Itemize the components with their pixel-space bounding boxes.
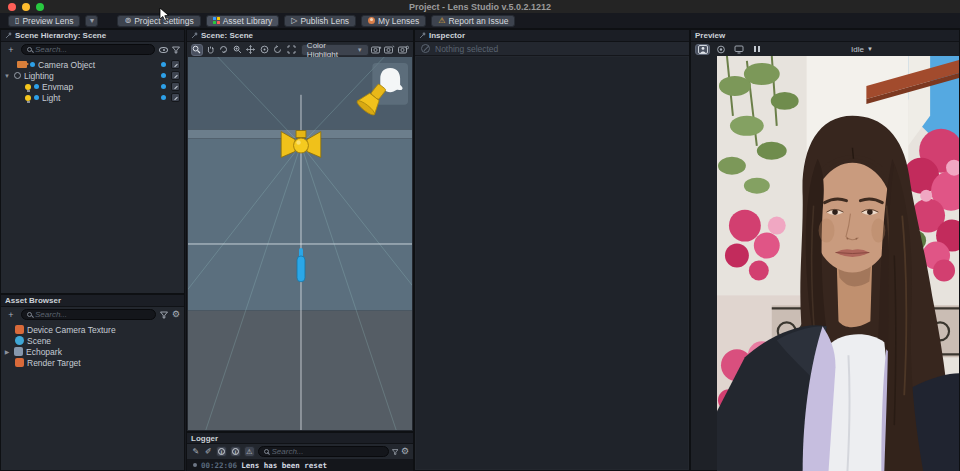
pause-button[interactable] bbox=[749, 44, 764, 55]
layer-dot[interactable] bbox=[161, 84, 166, 89]
camera-preview-image[interactable] bbox=[717, 56, 959, 471]
logger-toolbar: ✎ ✐ i i ⚠ ⚙ bbox=[187, 444, 413, 459]
inspector-header: Inspector bbox=[415, 30, 689, 42]
log-status-dot bbox=[193, 463, 197, 467]
rotate-view-tool[interactable] bbox=[272, 44, 283, 56]
report-issue-button[interactable]: ⚠ Report an Issue bbox=[431, 15, 515, 27]
folder-icon bbox=[14, 347, 23, 356]
layer-dot[interactable] bbox=[161, 95, 166, 100]
camera-settings-button[interactable] bbox=[398, 44, 409, 56]
layer-dot[interactable] bbox=[161, 73, 166, 78]
render-toggle[interactable] bbox=[171, 82, 180, 91]
no-selection-icon bbox=[421, 44, 430, 53]
texture-icon bbox=[15, 325, 24, 334]
add-asset-button[interactable]: + bbox=[5, 309, 17, 320]
asset-search[interactable] bbox=[21, 309, 156, 320]
visibility-filter-icon[interactable] bbox=[159, 47, 168, 53]
asset-browser-panel: Asset Browser + ⚙ Device Camera Texture … bbox=[0, 294, 185, 471]
tree-item-envmap[interactable]: Envmap bbox=[1, 81, 184, 92]
send-icon: ▷ bbox=[291, 17, 297, 25]
selection-dot bbox=[34, 84, 39, 89]
chevron-down-icon: ▼ bbox=[357, 47, 363, 53]
scene-panel-header: Scene: Scene bbox=[187, 30, 413, 42]
tree-item-camera-object[interactable]: Camera Object bbox=[1, 59, 184, 70]
filter-icon[interactable] bbox=[172, 46, 180, 54]
my-lenses-button[interactable]: My Lenses bbox=[361, 15, 426, 27]
logger-header: Logger bbox=[187, 433, 413, 444]
preview-lens-dropdown[interactable]: ▼ bbox=[85, 15, 98, 27]
fit-view-tool[interactable] bbox=[285, 44, 296, 56]
asset-item-scene[interactable]: Scene bbox=[1, 335, 184, 346]
tree-item-lighting[interactable]: ▼ Lighting bbox=[1, 70, 184, 81]
chevron-right-icon[interactable]: ▶ bbox=[3, 348, 11, 355]
warning-filter-button[interactable]: ⚠ bbox=[244, 446, 255, 457]
clear-log-button[interactable]: ✎ bbox=[191, 446, 201, 457]
main-toolbar: ▯ Preview Lens ▼ ⊚ Project Settings Asse… bbox=[0, 13, 960, 29]
pan-tool[interactable] bbox=[205, 44, 216, 56]
asset-item-render-target[interactable]: Render Target bbox=[1, 357, 184, 368]
render-toggle[interactable] bbox=[171, 71, 180, 80]
settings-icon: ⊚ bbox=[124, 17, 131, 25]
info-icon: i bbox=[218, 448, 225, 455]
log-entry[interactable]: 00:22:06 Lens has been reset bbox=[187, 459, 413, 471]
layer-dot[interactable] bbox=[161, 62, 166, 67]
debug-filter-button[interactable]: i bbox=[230, 446, 241, 457]
asset-item-device-camera-texture[interactable]: Device Camera Texture bbox=[1, 324, 184, 335]
zoom-tool[interactable] bbox=[232, 44, 243, 56]
asset-library-button[interactable]: Asset Library bbox=[206, 15, 280, 27]
orbit-tool[interactable] bbox=[218, 44, 229, 56]
render-toggle[interactable] bbox=[171, 60, 180, 69]
scene-icon bbox=[15, 336, 24, 345]
search-icon bbox=[264, 449, 269, 454]
tree-item-light[interactable]: Light bbox=[1, 92, 184, 103]
clean-log-button[interactable]: ✐ bbox=[204, 446, 214, 457]
preview-lens-button[interactable]: ▯ Preview Lens bbox=[8, 15, 80, 27]
asset-item-echopark[interactable]: ▶ Echopark bbox=[1, 346, 184, 357]
tree-item-label: Envmap bbox=[42, 82, 73, 92]
scene-viewport[interactable] bbox=[188, 57, 412, 430]
gear-icon[interactable]: ⚙ bbox=[401, 447, 409, 456]
scene-panel: Scene: Scene bbox=[186, 29, 414, 432]
search-icon bbox=[27, 47, 32, 52]
render-toggle[interactable] bbox=[171, 93, 180, 102]
add-object-button[interactable]: + bbox=[5, 44, 17, 55]
logger-search-input[interactable] bbox=[272, 447, 383, 456]
filter-icon[interactable] bbox=[392, 448, 398, 456]
device-preview-button[interactable] bbox=[731, 44, 746, 55]
pivot-tool[interactable] bbox=[259, 44, 270, 56]
move-tool[interactable] bbox=[245, 44, 256, 56]
webcam-button[interactable] bbox=[713, 44, 728, 55]
lens-studio-window: Project - Lens Studio v.5.0.2.1212 ▯ Pre… bbox=[0, 0, 960, 471]
camera-add-button[interactable] bbox=[371, 44, 382, 56]
selection-dot bbox=[34, 95, 39, 100]
image-preview-button[interactable] bbox=[695, 44, 710, 55]
preview-title: Preview bbox=[695, 31, 725, 40]
bulb-icon bbox=[25, 95, 31, 101]
inspector-panel: Inspector Nothing selected bbox=[414, 29, 690, 471]
inspector-empty-state: Nothing selected bbox=[415, 42, 689, 56]
bulb-icon bbox=[25, 84, 31, 90]
hierarchy-search[interactable] bbox=[21, 44, 155, 55]
logger-title: Logger bbox=[191, 434, 218, 443]
hierarchy-search-input[interactable] bbox=[35, 45, 149, 54]
window-title: Project - Lens Studio v.5.0.2.1212 bbox=[0, 2, 960, 12]
preview-state-dropdown[interactable]: Idle ▼ bbox=[851, 45, 873, 54]
chevron-down-icon[interactable]: ▼ bbox=[3, 73, 11, 79]
asset-browser-toolbar: + ⚙ bbox=[1, 307, 184, 322]
info-filter-button[interactable]: i bbox=[216, 446, 227, 457]
preview-header: Preview bbox=[691, 30, 959, 42]
gear-icon[interactable]: ⚙ bbox=[172, 310, 180, 319]
asset-library-label: Asset Library bbox=[223, 16, 273, 26]
asset-search-input[interactable] bbox=[35, 310, 150, 319]
tree-item-label: Light bbox=[42, 93, 60, 103]
search-icon bbox=[27, 312, 32, 317]
logger-panel: Logger ✎ ✐ i i ⚠ ⚙ 00:22:06 Lens has bee… bbox=[186, 432, 414, 471]
camera-preview-button[interactable] bbox=[384, 44, 395, 56]
logger-search[interactable] bbox=[258, 446, 389, 457]
log-timestamp: 00:22:06 bbox=[201, 461, 237, 470]
publish-lens-button[interactable]: ▷ Publish Lens bbox=[284, 15, 356, 27]
filter-icon[interactable] bbox=[160, 311, 168, 319]
select-tool[interactable] bbox=[191, 44, 203, 56]
color-mode-dropdown[interactable]: Color Highlight ▼ bbox=[301, 44, 369, 56]
asset-browser-header: Asset Browser bbox=[1, 295, 184, 307]
